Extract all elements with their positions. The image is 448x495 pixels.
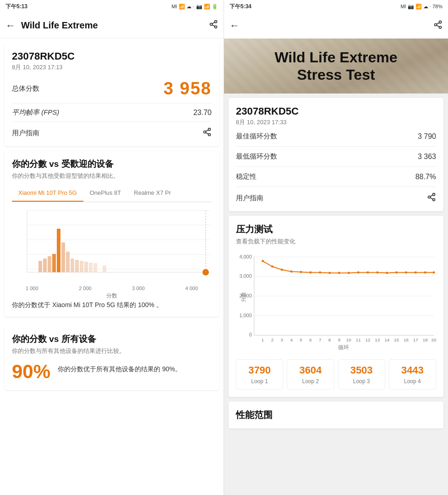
svg-point-69: [386, 272, 388, 274]
svg-rect-26: [80, 261, 83, 272]
svg-text:1,000: 1,000: [239, 313, 251, 318]
left-guide-share-button[interactable]: [202, 127, 212, 139]
comparison-subtitle: 你的分数与其他受歡迎型號的结果相比。: [12, 172, 212, 180]
svg-text:0: 0: [249, 332, 252, 337]
svg-line-42: [430, 195, 433, 196]
svg-point-60: [300, 271, 302, 273]
worst-loop-row: 最低循环分数 3 363: [236, 147, 436, 167]
svg-rect-30: [103, 265, 106, 272]
performance-section: 性能范围: [229, 402, 443, 429]
svg-point-58: [281, 269, 283, 271]
all-devices-title: 你的分数 vs 所有设备: [12, 333, 212, 345]
comparison-note: 你的分数优于 Xiaomi Mi 10T Pro 5G 结果的 100% 。: [12, 301, 212, 309]
svg-text:18: 18: [423, 337, 428, 342]
loop-scores: 3790 Loop 1 3604 Loop 2 3503 Loop 3 3443…: [236, 359, 436, 390]
percentile-value: 90%: [12, 361, 50, 383]
svg-rect-17: [38, 261, 42, 272]
x-label-3: 3 000: [132, 286, 145, 291]
svg-text:循环: 循环: [338, 344, 349, 351]
x-label-1: 1 000: [26, 286, 38, 291]
right-status-bar: 下午5:34 MI 📷 📶 ☁ · 78%: [224, 0, 448, 13]
tab-xiaomi[interactable]: Xiaomi Mi 10T Pro 5G: [12, 186, 83, 202]
left-guide-row: 用户指南: [12, 122, 212, 139]
right-top-bar: ←: [224, 13, 448, 38]
svg-text:2: 2: [271, 337, 274, 342]
right-guide-share-button[interactable]: [427, 192, 436, 204]
svg-point-67: [367, 271, 369, 274]
left-back-button[interactable]: ←: [5, 20, 16, 32]
worst-loop-value: 3 363: [418, 153, 436, 161]
loop-score-2: 3604 Loop 2: [287, 359, 334, 390]
left-status-bar: 下午5:13 MI 📶 ☁ · 📷 📶 🔋: [0, 0, 224, 13]
svg-point-72: [415, 271, 417, 274]
svg-point-57: [271, 265, 273, 268]
loop-score-4: 3443 Loop 4: [389, 359, 436, 390]
svg-line-37: [437, 22, 439, 24]
x-label-2: 2 000: [79, 286, 92, 291]
svg-line-9: [206, 130, 208, 131]
left-top-bar: ← Wild Life Extreme: [0, 13, 224, 38]
stress-subtitle: 查看负载下的性能变化: [236, 237, 436, 246]
stress-chart-svg: 4,000 3,000 2,000 1,000 0 分数: [236, 251, 436, 352]
right-result-date: 8月 10, 2023 17:33: [236, 118, 436, 126]
tab-oneplus[interactable]: OnePlus 8T: [83, 186, 128, 202]
left-result-date: 8月 10, 2023 17:13: [12, 63, 212, 72]
left-time: 下午5:13: [5, 3, 27, 11]
svg-rect-19: [48, 256, 51, 272]
chart-x-title: 分数: [12, 292, 212, 300]
left-score-label: 总体分数: [12, 84, 39, 93]
right-guide-label: 用户指南: [236, 194, 263, 203]
stability-row: 稳定性 88.7%: [236, 167, 436, 187]
comparison-title: 你的分數 vs 受歡迎的设备: [12, 158, 212, 170]
svg-text:5: 5: [300, 337, 302, 342]
svg-text:3,000: 3,000: [239, 273, 251, 279]
right-result-id: 23078RKD5C: [236, 105, 436, 117]
svg-text:9: 9: [338, 337, 341, 342]
svg-rect-21: [57, 229, 60, 272]
svg-text:12: 12: [365, 337, 371, 342]
svg-text:6: 6: [309, 337, 312, 342]
percentile-desc: 你的分数优于所有其他设备的结果的 90%。: [58, 364, 181, 374]
svg-rect-22: [61, 242, 65, 272]
left-fps-row: 平均帧率 (FPS) 23.70: [12, 104, 212, 122]
right-panel: 下午5:34 MI 📷 📶 ☁ · 78% ← Wild Life Extrem…: [224, 0, 448, 495]
svg-text:4,000: 4,000: [239, 254, 251, 259]
left-score-row: 总体分数 3 958: [12, 79, 212, 104]
left-share-button[interactable]: [209, 20, 218, 31]
svg-line-4: [212, 22, 215, 23]
svg-rect-29: [93, 263, 97, 272]
svg-point-68: [376, 271, 378, 274]
right-share-button[interactable]: [433, 20, 443, 32]
left-guide-label: 用户指南: [12, 129, 39, 138]
loop-3-label: Loop 3: [340, 378, 383, 385]
loop-score-3: 3503 Loop 3: [338, 359, 385, 390]
svg-line-41: [430, 198, 433, 199]
svg-point-65: [348, 272, 350, 274]
right-back-button[interactable]: ←: [229, 20, 240, 32]
svg-line-3: [212, 25, 215, 26]
svg-line-8: [206, 132, 208, 134]
svg-point-61: [309, 271, 311, 274]
loop-1-label: Loop 1: [238, 378, 281, 385]
svg-rect-24: [71, 258, 74, 272]
svg-rect-18: [43, 258, 47, 272]
loop-score-1: 3790 Loop 1: [236, 359, 283, 390]
svg-point-73: [424, 271, 426, 274]
svg-point-63: [328, 272, 331, 274]
svg-point-66: [357, 271, 360, 274]
loop-2-label: Loop 2: [289, 378, 332, 385]
tab-realme[interactable]: Realme X7 Pr: [127, 186, 177, 202]
stress-chart-area: 4,000 3,000 2,000 1,000 0 分数: [236, 251, 436, 354]
percentile-row: 90% 你的分数优于所有其他设备的结果的 90%。: [12, 361, 212, 383]
svg-text:15: 15: [394, 337, 399, 342]
best-loop-value: 3 790: [418, 132, 436, 141]
stress-section: 压力测试 查看负载下的性能变化 4,000 3,000 2,000 1,000 …: [229, 216, 443, 397]
right-result-card: 23078RKD5C 8月 10, 2023 17:33 最佳循环分数 3 79…: [229, 98, 443, 211]
svg-text:10: 10: [346, 337, 352, 342]
comparison-chart: 1 000 2 000 3 000 4 000 分数: [12, 206, 212, 297]
all-devices-section: 你的分数 vs 所有设备 你的分数与所有其他设备的结果进行比较。 90% 你的分…: [5, 326, 219, 390]
svg-point-70: [395, 271, 398, 274]
svg-rect-28: [89, 263, 93, 272]
left-status-icons: MI 📶 ☁ · 📷 📶 🔋: [171, 4, 218, 10]
svg-text:分数: 分数: [240, 292, 246, 302]
